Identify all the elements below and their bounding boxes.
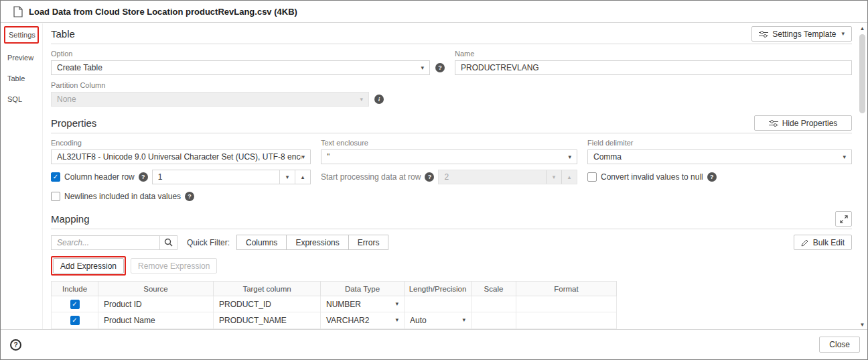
column-header-row-checkbox[interactable] (51, 172, 60, 182)
column-header-target: Target column (214, 282, 321, 296)
search-input[interactable] (51, 235, 160, 250)
info-icon[interactable] (374, 95, 384, 104)
help-icon[interactable] (185, 192, 194, 201)
annotation-highlight-settings: Settings (4, 26, 39, 44)
sliders-icon (769, 119, 778, 127)
scale-cell (472, 312, 516, 328)
start-processing-stepper: 2 ▾ ▴ (438, 170, 577, 184)
help-icon[interactable] (435, 63, 445, 72)
encoding-select[interactable]: AL32UTF8 - Unicode 9.0 Universal Charact… (51, 149, 311, 164)
chevron-down-icon: ▾ (568, 154, 571, 160)
data-type-value: VARCHAR2 (326, 316, 369, 325)
settings-template-label: Settings Template (772, 29, 836, 39)
help-icon[interactable] (707, 172, 717, 182)
bulk-edit-label: Bulk Edit (813, 238, 845, 247)
settings-template-button[interactable]: Settings Template ▾ (751, 26, 852, 42)
target-cell: PRODUCT_NAME (214, 312, 321, 328)
sidebar-item-settings[interactable]: Settings (5, 27, 38, 42)
column-header-row-label: Column header row (64, 172, 135, 182)
section-divider (51, 229, 852, 229)
name-label: Name (455, 50, 852, 58)
table-section-heading: Table (51, 28, 75, 40)
mapping-section-heading: Mapping (51, 213, 90, 225)
stepper-up-icon: ▴ (561, 170, 577, 184)
encoding-value: AL32UTF8 - Unicode 9.0 Universal Charact… (57, 152, 301, 162)
table-header-row: Include Source Target column Data Type L… (52, 282, 617, 296)
add-expression-button[interactable]: Add Expression (53, 258, 124, 274)
search-icon (164, 238, 173, 247)
table-row: Product ID PRODUCT_ID NUMBER ▾ (52, 296, 617, 312)
section-divider (51, 133, 852, 133)
text-enclosure-label: Text enclosure (321, 139, 577, 147)
chevron-down-icon: ▾ (841, 31, 845, 37)
column-header-scale: Scale (472, 282, 516, 296)
column-header-row-stepper[interactable]: 1 ▾ ▴ (152, 170, 311, 184)
column-header-format: Format (516, 282, 617, 296)
include-checkbox[interactable] (70, 316, 80, 325)
section-divider (51, 44, 852, 44)
partition-column-select: None ▾ (51, 92, 369, 107)
expand-button[interactable] (835, 211, 852, 227)
data-type-select[interactable]: VARCHAR2 ▾ (326, 316, 399, 325)
filter-expressions-button[interactable]: Expressions (286, 235, 348, 250)
help-icon[interactable] (139, 172, 148, 182)
table-row: Product Name PRODUCT_NAME VARCHAR2 ▾ Aut… (52, 312, 617, 328)
encoding-label: Encoding (51, 139, 311, 147)
filter-columns-button[interactable]: Columns (236, 235, 287, 250)
column-header-include: Include (52, 282, 98, 296)
scroll-down-icon[interactable]: ▼ (857, 320, 867, 329)
text-enclosure-select[interactable]: " ▾ (321, 149, 577, 164)
field-delimiter-value: Comma (593, 152, 843, 162)
length-select[interactable]: Auto ▾ (410, 316, 465, 325)
source-cell: Product Name (98, 312, 214, 328)
hide-properties-button[interactable]: Hide Properties (754, 115, 852, 131)
scrollbar-thumb[interactable] (859, 34, 865, 113)
start-processing-value: 2 (439, 170, 546, 184)
column-header-source: Source (98, 282, 214, 296)
sliders-icon (759, 30, 768, 38)
bulk-edit-button[interactable]: Bulk Edit (794, 235, 852, 250)
option-value: Create Table (57, 63, 421, 72)
sidebar-item-sql[interactable]: SQL (1, 93, 42, 106)
sidebar-item-preview[interactable]: Preview (1, 51, 42, 64)
help-icon[interactable] (10, 339, 21, 351)
filter-errors-button[interactable]: Errors (348, 235, 389, 250)
length-value: Auto (410, 316, 427, 325)
pencil-icon (801, 239, 809, 247)
document-icon (13, 6, 23, 17)
scrollbar[interactable]: ▲ ▼ (857, 23, 867, 329)
target-cell: PRODUCT_ID (214, 296, 321, 312)
search-button[interactable] (160, 235, 177, 250)
column-header-row-value: 1 (153, 170, 279, 184)
sidebar: Settings Preview Table SQL (1, 23, 43, 329)
chevron-down-icon: ▾ (462, 317, 465, 323)
load-data-dialog: Load Data from Cloud Store Location prod… (0, 0, 868, 360)
stepper-down-icon[interactable]: ▾ (279, 170, 295, 184)
partition-column-value: None (57, 95, 360, 104)
include-checkbox[interactable] (70, 300, 80, 309)
chevron-down-icon: ▾ (360, 97, 363, 103)
option-label: Option (51, 50, 445, 58)
stepper-down-icon: ▾ (546, 170, 561, 184)
scroll-up-icon[interactable]: ▲ (857, 23, 867, 33)
option-select[interactable]: Create Table ▾ (51, 60, 430, 75)
close-button[interactable]: Close (819, 337, 860, 353)
footer-bar: Close (1, 329, 867, 359)
column-header-data-type: Data Type (321, 282, 405, 296)
newlines-checkbox[interactable] (51, 192, 60, 201)
mapping-table: Include Source Target column Data Type L… (51, 281, 617, 329)
format-cell (516, 296, 617, 312)
sidebar-item-table[interactable]: Table (1, 72, 42, 85)
chevron-down-icon: ▾ (395, 301, 399, 307)
data-type-select[interactable]: NUMBER ▾ (326, 300, 399, 309)
title-bar: Load Data from Cloud Store Location prod… (1, 1, 867, 23)
convert-invalid-checkbox[interactable] (587, 172, 597, 182)
help-icon[interactable] (425, 172, 434, 182)
column-header-length: Length/Precision (405, 282, 472, 296)
data-type-value: NUMBER (326, 300, 361, 309)
start-processing-label: Start processing data at row (321, 172, 421, 182)
quick-filter-label: Quick Filter: (187, 238, 230, 247)
field-delimiter-select[interactable]: Comma ▾ (587, 149, 852, 164)
stepper-up-icon[interactable]: ▴ (295, 170, 310, 184)
table-name-input[interactable]: PRODUCTREVLANG (455, 60, 852, 75)
